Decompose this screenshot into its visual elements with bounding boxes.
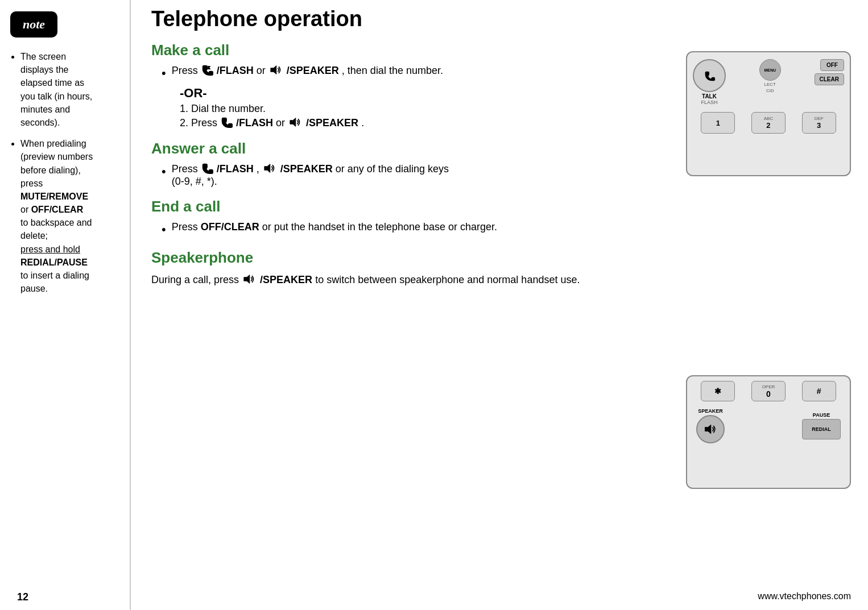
redial-btn-area: PAUSE REDIAL <box>802 412 841 439</box>
page-footer: 12 www.vtechphones.com <box>0 591 868 603</box>
section-end-title: End a call <box>151 198 848 215</box>
phone-top-box: TALK FLASH MENU LECT CID OFF CLE <box>686 51 851 176</box>
phone-menu-btn[interactable]: MENU <box>759 59 781 81</box>
menu-label-top: MENU <box>764 68 776 72</box>
svg-marker-2 <box>290 118 296 127</box>
bullet-dot-2: • <box>162 163 166 181</box>
note-label: note <box>23 17 45 31</box>
cid-label: CID <box>766 88 774 93</box>
phone-key-1[interactable]: 1 <box>701 112 735 134</box>
note-badge: note <box>10 11 57 38</box>
speaker-icon-4 <box>242 273 257 285</box>
redial-btn[interactable]: REDIAL <box>802 419 841 439</box>
phone-diagram-bottom: ✱ OPER 0 # SPEAKER <box>686 375 851 489</box>
phone-key-hash[interactable]: # <box>802 381 836 401</box>
sidebar-bullet-1: The screen displays the elapsed time as … <box>20 50 119 129</box>
phone-bottom-lower: SPEAKER PAUSE REDIAL <box>687 404 850 448</box>
phone-talk-btn[interactable] <box>693 59 726 92</box>
answer-keys: (0-9, #, *). <box>172 176 217 187</box>
page-title: Telephone operation <box>151 7 848 31</box>
phone-key-2[interactable]: ABC 2 <box>751 112 786 134</box>
phone-key-0[interactable]: OPER 0 <box>751 381 786 401</box>
bullet-dot-3: • <box>162 221 166 239</box>
flash-label: FLASH <box>701 99 717 105</box>
sidebar-bullet-2-text: When predialing (preview numbers before … <box>20 139 93 293</box>
section-speaker-title: Speakerphone <box>151 249 848 267</box>
talk-icon-1: TALK <box>201 64 213 76</box>
talk-icon-3 <box>201 162 213 175</box>
sidebar-bullets: The screen displays the elapsed time as … <box>10 50 119 295</box>
off-clear-text: OFF/CLEAR <box>201 221 259 233</box>
phone-menu-area: MENU LECT CID <box>759 59 781 93</box>
phone-key-star[interactable]: ✱ <box>701 381 735 401</box>
phone-clear-btn[interactable]: CLEAR <box>815 73 844 85</box>
svg-marker-1 <box>271 66 276 74</box>
svg-text:TALK: TALK <box>203 67 209 69</box>
sidebar-bullet-1-text: The screen displays the elapsed time as … <box>20 52 92 127</box>
speaker-icon-2 <box>288 117 303 128</box>
main-content: Telephone operation Make a call • Press … <box>131 0 868 610</box>
phone-bottom-box: ✱ OPER 0 # SPEAKER <box>686 375 851 489</box>
end-bullet-1: • Press OFF/CLEAR or put the handset in … <box>162 221 848 239</box>
phone-off-btn[interactable]: OFF <box>820 59 844 71</box>
bullet-dot-1: • <box>162 65 166 82</box>
talk-icon-2 <box>220 116 233 128</box>
phone-right-btns: OFF CLEAR <box>815 59 844 85</box>
sidebar: note The screen displays the elapsed tim… <box>0 0 131 610</box>
speaker-icon-1 <box>268 64 283 76</box>
talk-label: TALK <box>702 93 717 99</box>
svg-marker-5 <box>705 425 710 434</box>
select-label: LECT <box>764 82 776 87</box>
phone-keyrow-top: 1 ABC 2 DEF 3 <box>687 109 850 136</box>
speaker-btn-icon <box>703 423 718 435</box>
phone-bottom-numrow: ✱ OPER 0 # <box>687 376 850 404</box>
speaker-btn[interactable] <box>696 415 725 443</box>
website: www.vtechphones.com <box>758 591 851 603</box>
phone-diagram-top: TALK FLASH MENU LECT CID OFF CLE <box>686 51 851 176</box>
section-speakerphone: Speakerphone During a call, press /SPEAK… <box>151 249 848 288</box>
svg-marker-4 <box>244 275 250 284</box>
speaker-body: During a call, press /SPEAKER to switch … <box>151 272 848 288</box>
end-bullet-1-content: Press OFF/CLEAR or put the handset in th… <box>172 221 848 233</box>
phone-handset-icon <box>703 69 716 82</box>
sidebar-bullet-2: When predialing (preview numbers before … <box>20 137 119 295</box>
speaker-bold: /SPEAKER <box>260 274 312 285</box>
speaker-label: SPEAKER <box>698 408 723 414</box>
speaker-icon-3 <box>262 163 277 174</box>
svg-marker-3 <box>264 164 270 173</box>
pause-label: PAUSE <box>813 412 830 418</box>
phone-key-3[interactable]: DEF 3 <box>802 112 836 134</box>
section-end-call: End a call • Press OFF/CLEAR or put the … <box>151 198 848 239</box>
phone-talk-area: TALK FLASH <box>693 59 726 105</box>
speaker-btn-area: SPEAKER <box>696 408 725 443</box>
phone-top-buttons: TALK FLASH MENU LECT CID OFF CLE <box>687 52 850 109</box>
page-number: 12 <box>17 591 28 603</box>
